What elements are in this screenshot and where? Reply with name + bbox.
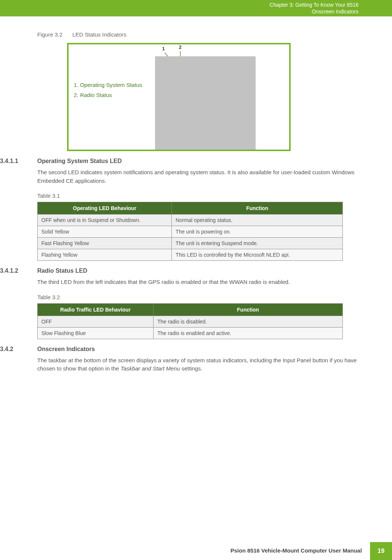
page-content: Figure 3.2 LED Status Indicators 1. Oper… — [0, 16, 392, 373]
table-cell: The unit is entering Suspend mode. — [172, 238, 343, 249]
table-row: Flashing Yellow This LED is controlled b… — [38, 249, 343, 261]
table-row: OFF The radio is disabled. — [38, 316, 343, 327]
figure-caption: Figure 3.2 LED Status Indicators — [37, 31, 358, 38]
table-row: OFF when unit is in Suspend or Shutdown.… — [38, 215, 343, 226]
legend-line-2: 2. Radio Status — [74, 90, 142, 100]
section-number: 3.4.1.2 — [0, 268, 37, 274]
section-title: Onscreen Indicators — [37, 346, 95, 353]
header-bar: Chapter 3: Getting To Know Your 8516 Ons… — [0, 0, 392, 16]
table-cell: Normal operating status. — [172, 215, 343, 226]
section-body: The third LED from the left indicates th… — [37, 278, 358, 287]
table-cell: OFF when unit is in Suspend or Shutdown. — [38, 215, 172, 226]
legend-line-1: 1. Operating System Status — [74, 80, 142, 90]
table-cell: Slow Flashing Blue — [38, 327, 154, 339]
section-number: 3.4.1.1 — [0, 158, 37, 165]
figure-title: LED Status Indicators — [72, 31, 126, 38]
section-body: The taskbar at the bottom of the screen … — [37, 356, 358, 373]
header-section: Onscreen Indicators — [269, 8, 358, 15]
section-body: The second LED indicates system notifica… — [37, 168, 358, 185]
table-cell: This LED is controlled by the Microsoft … — [172, 249, 343, 261]
table-cell: Solid Yellow — [38, 226, 172, 238]
figure-box: 1. Operating System Status 2. Radio Stat… — [67, 43, 291, 151]
table-header: Radio Traffic LED Behaviour — [38, 303, 154, 316]
table-row: Fast Flashing Yellow The unit is enterin… — [38, 238, 343, 249]
table-operating-led: Operating LED Behaviour Function OFF whe… — [37, 202, 343, 261]
section-title: Radio Status LED — [37, 268, 87, 274]
table-label: Table 3.1 — [37, 193, 358, 199]
footer-page-number: 19 — [370, 542, 392, 560]
table-label: Table 3.2 — [37, 294, 358, 300]
table-cell: OFF — [38, 316, 154, 327]
table-cell: The radio is enabled and active. — [154, 327, 343, 339]
table-header: Function — [172, 202, 343, 215]
table-header: Function — [154, 303, 343, 316]
figure-number: Figure 3.2 — [37, 31, 71, 38]
body-text-post: settings. — [180, 365, 202, 372]
table-row: Solid Yellow The unit is powering on. — [38, 226, 343, 238]
table-cell: Flashing Yellow — [38, 249, 172, 261]
table-row: Slow Flashing Blue The radio is enabled … — [38, 327, 343, 339]
section-number: 3.4.2 — [0, 346, 37, 353]
device-image-placeholder — [155, 56, 256, 150]
body-text-italic: Taskbar and Start Menu — [120, 365, 180, 372]
table-cell: The unit is powering on. — [172, 226, 343, 238]
table-cell: The radio is disabled. — [154, 316, 343, 327]
figure-legend: 1. Operating System Status 2. Radio Stat… — [74, 80, 142, 100]
page-footer: Psion 8516 Vehicle-Mount Computer User M… — [222, 542, 392, 560]
footer-text: Psion 8516 Vehicle-Mount Computer User M… — [222, 542, 370, 560]
section-title: Operating System Status LED — [37, 158, 122, 165]
table-radio-led: Radio Traffic LED Behaviour Function OFF… — [37, 303, 343, 339]
table-cell: Fast Flashing Yellow — [38, 238, 172, 249]
table-header: Operating LED Behaviour — [38, 202, 172, 215]
header-chapter: Chapter 3: Getting To Know Your 8516 — [269, 1, 358, 8]
